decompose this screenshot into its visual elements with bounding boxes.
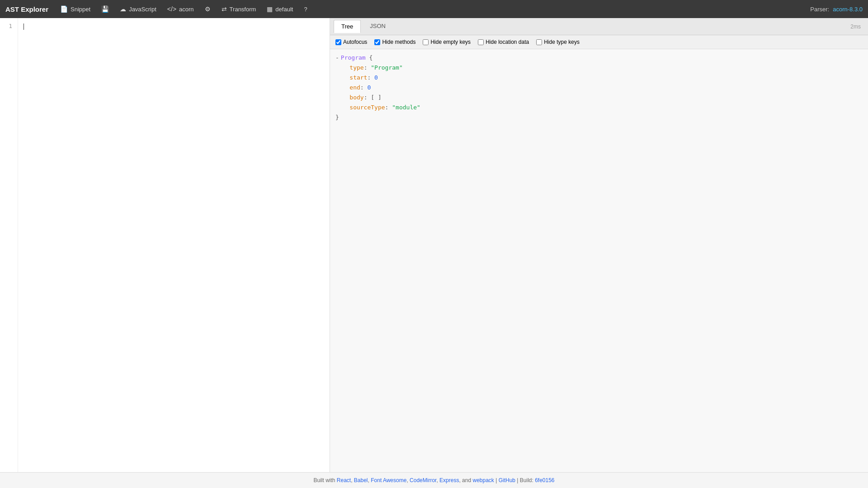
nav-help[interactable]: ? [299, 4, 311, 14]
hide-location-data-label: Hide location data [486, 39, 529, 45]
footer-link-codemirror[interactable]: CodeMirror [410, 477, 436, 483]
nav-language-label: JavaScript [129, 6, 156, 13]
close-brace: } [335, 113, 339, 122]
tab-tree[interactable]: Tree [334, 20, 361, 33]
footer-link-webpack[interactable]: webpack [472, 477, 494, 483]
cloud-icon: ☁ [120, 5, 126, 13]
cursor [24, 23, 24, 30]
nav-default[interactable]: ▦ default [262, 4, 297, 14]
footer-prefix: Built with [313, 477, 336, 483]
colon-start: : [367, 73, 374, 83]
ast-pane: Tree JSON 2ms Autofocus Hide methods Hid… [330, 18, 868, 472]
tree-field-start: start : 0 [335, 73, 863, 83]
hide-location-data-checkbox[interactable] [478, 39, 484, 45]
key-sourcetype[interactable]: sourceType [349, 103, 385, 113]
hide-methods-label: Hide methods [382, 39, 415, 45]
value-sourcetype: "module" [392, 103, 420, 113]
save-icon: 💾 [101, 5, 109, 13]
snippet-icon: 📄 [60, 5, 68, 13]
option-hide-type-keys[interactable]: Hide type keys [536, 39, 580, 45]
tree-content: - Program { type : "Program" start : 0 [330, 49, 868, 472]
hide-methods-checkbox[interactable] [374, 39, 380, 45]
nav-parser-label: acorn [179, 6, 194, 13]
node-type-program[interactable]: Program [341, 53, 366, 63]
hide-empty-keys-checkbox[interactable] [423, 39, 429, 45]
option-hide-methods[interactable]: Hide methods [374, 39, 415, 45]
footer-link-github[interactable]: GitHub [499, 477, 515, 483]
nav-settings[interactable]: ⚙ [200, 4, 215, 14]
parse-time: 2ms [850, 23, 864, 30]
key-type[interactable]: type [349, 63, 363, 73]
tab-json[interactable]: JSON [363, 20, 393, 33]
key-body[interactable]: body [349, 93, 363, 103]
main-nav: 📄 Snippet 💾 ☁ JavaScript </> acorn ⚙ ⇄ T… [56, 4, 810, 14]
hide-type-keys-label: Hide type keys [544, 39, 580, 45]
autofocus-checkbox[interactable] [335, 39, 341, 45]
option-hide-location-data[interactable]: Hide location data [478, 39, 529, 45]
key-end[interactable]: end [349, 83, 360, 93]
options-bar: Autofocus Hide methods Hide empty keys H… [330, 35, 868, 49]
transform-icon: ⇄ [222, 5, 227, 13]
parser-version-link[interactable]: acorn-8.3.0 [833, 6, 863, 13]
header: AST Explorer 📄 Snippet 💾 ☁ JavaScript </… [0, 0, 868, 18]
hide-type-keys-checkbox[interactable] [536, 39, 542, 45]
footer-link-build[interactable]: 6fe0156 [535, 477, 554, 483]
option-hide-empty-keys[interactable]: Hide empty keys [423, 39, 471, 45]
value-type: "Program" [371, 63, 402, 73]
nav-transform[interactable]: ⇄ Transform [217, 4, 261, 14]
value-start: 0 [374, 73, 378, 83]
help-icon: ? [304, 6, 307, 13]
tab-tree-label: Tree [341, 23, 353, 30]
hide-empty-keys-label: Hide empty keys [430, 39, 471, 45]
footer-link-babel[interactable]: Babel [354, 477, 368, 483]
app-logo: AST Explorer [5, 5, 48, 13]
parser-label: Parser: [810, 6, 829, 13]
tree-toggle-program[interactable]: - [335, 53, 339, 63]
tree-field-body: body : [ ] [335, 93, 863, 103]
option-autofocus[interactable]: Autofocus [335, 39, 367, 45]
tab-json-label: JSON [370, 23, 386, 29]
ast-tabs-bar: Tree JSON 2ms [330, 18, 868, 35]
nav-default-label: default [275, 6, 293, 13]
tabs-left: Tree JSON [334, 20, 393, 33]
colon-sourcetype: : [385, 103, 392, 113]
footer-link-express[interactable]: Express [439, 477, 459, 483]
default-icon: ▦ [267, 5, 273, 13]
tree-root-line: - Program { [335, 53, 863, 63]
footer: Built with React, Babel, Font Awesome, C… [0, 472, 868, 488]
main-content: 1 Tree JSON 2ms Autofocus [0, 18, 868, 472]
editor-pane: 1 [0, 18, 330, 472]
header-parser-info: Parser: acorn-8.3.0 [810, 6, 863, 13]
key-start[interactable]: start [349, 73, 367, 83]
footer-link-fontawesome[interactable]: Font Awesome [371, 477, 406, 483]
nav-save[interactable]: 💾 [97, 4, 113, 14]
colon-end: : [360, 83, 368, 93]
footer-link-react[interactable]: React [337, 477, 351, 483]
tree-field-sourcetype: sourceType : "module" [335, 103, 863, 113]
nav-snippet-label: Snippet [71, 6, 90, 13]
nav-parser[interactable]: </> acorn [163, 4, 198, 14]
autofocus-label: Autofocus [343, 39, 367, 45]
nav-transform-label: Transform [230, 6, 256, 13]
settings-icon: ⚙ [205, 5, 211, 13]
nav-snippet[interactable]: 📄 Snippet [56, 4, 95, 14]
tree-field-end: end : 0 [335, 83, 863, 93]
value-end: 0 [367, 83, 371, 93]
colon-body: : [ ] [364, 93, 382, 103]
colon-type: : [364, 63, 371, 73]
line-numbers: 1 [0, 18, 18, 472]
code-editor[interactable] [18, 18, 330, 472]
code-icon: </> [167, 5, 176, 13]
tree-field-type: type : "Program" [335, 63, 863, 73]
line-number-1: 1 [4, 22, 12, 31]
open-brace: { [366, 53, 373, 63]
tree-close-line: } [335, 113, 863, 122]
nav-language[interactable]: ☁ JavaScript [115, 4, 161, 14]
